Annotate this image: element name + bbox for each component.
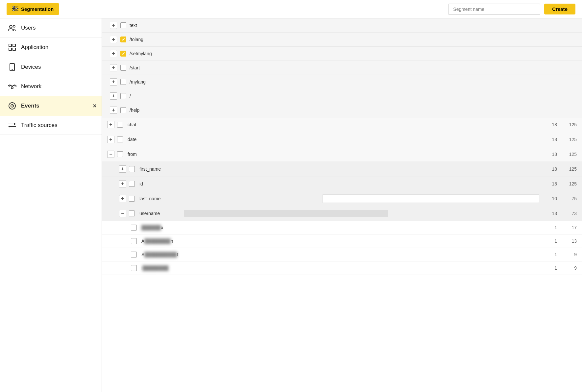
prop-name-sub4: i████████	[137, 265, 537, 271]
segment-name-input[interactable]	[448, 4, 540, 15]
checkbox-text[interactable]	[120, 22, 126, 28]
svg-rect-8	[9, 44, 12, 47]
expand-lastname-button[interactable]: +	[119, 195, 126, 202]
prop-row-date: + date 18 125	[102, 132, 582, 147]
checkbox-start[interactable]	[120, 65, 126, 71]
users-icon	[8, 24, 16, 32]
prop-col1-sub1: 1	[537, 225, 557, 230]
prop-col2-firstname: 125	[557, 166, 577, 172]
sidebar-item-traffic-sources[interactable]: Traffic sources	[0, 116, 102, 135]
prop-col2-id: 125	[557, 181, 577, 186]
expand-text-button[interactable]: +	[110, 22, 117, 29]
segmentation-icon	[12, 6, 18, 12]
collapse-username-button[interactable]: −	[119, 210, 126, 217]
sidebar-label-users: Users	[21, 25, 36, 31]
expand-firstname-button[interactable]: +	[119, 165, 126, 173]
expand-slash-button[interactable]: +	[110, 92, 117, 100]
expand-start-button[interactable]: +	[110, 64, 117, 71]
event-name-mylang: /mylang	[130, 79, 146, 85]
prop-col2-date: 125	[557, 137, 577, 142]
svg-rect-11	[13, 48, 15, 51]
segmentation-button[interactable]: Segmentation	[7, 3, 59, 15]
checkbox-help[interactable]	[120, 107, 126, 113]
sidebar-item-application[interactable]: Application	[0, 38, 102, 57]
prop-col2-sub1: 17	[557, 225, 577, 230]
main-layout: Users Application Devices	[0, 18, 582, 392]
checkbox-slash[interactable]	[120, 93, 126, 99]
checkbox-sub1[interactable]	[131, 225, 137, 231]
sidebar-label-events: Events	[21, 103, 39, 109]
svg-rect-10	[9, 48, 12, 51]
checkbox-id[interactable]	[129, 181, 135, 187]
expand-mylang-button[interactable]: +	[110, 78, 117, 86]
prop-row-id: + id 18 125	[102, 177, 582, 191]
expand-help-button[interactable]: +	[110, 107, 117, 114]
checkbox-chat[interactable]	[117, 122, 123, 128]
checkbox-from[interactable]	[117, 151, 123, 157]
properties-table: + chat 18 125 + date 18 125 − from 18 12…	[102, 117, 582, 392]
event-name-help: /help	[130, 108, 139, 113]
prop-row-from: − from 18 125	[102, 147, 582, 162]
prop-col1-chat: 18	[537, 122, 557, 127]
sidebar-item-events[interactable]: Events ×	[0, 96, 102, 116]
expand-chat-button[interactable]: +	[107, 121, 114, 128]
checkbox-lastname[interactable]	[129, 196, 135, 202]
checkbox-username[interactable]	[129, 210, 135, 216]
sidebar-label-traffic: Traffic sources	[21, 122, 58, 129]
prop-row-lastname: + last_name 10 75	[102, 191, 582, 206]
sidebar-item-devices[interactable]: Devices	[0, 57, 102, 77]
close-events-button[interactable]: ×	[93, 103, 96, 110]
svg-point-4	[15, 8, 17, 10]
checkbox-sub2[interactable]	[131, 238, 137, 244]
checkbox-tolang[interactable]	[120, 37, 126, 42]
popup-area	[322, 194, 539, 203]
expand-tolang-button[interactable]: +	[110, 36, 117, 43]
checkbox-setmylang[interactable]	[120, 51, 126, 57]
prop-row-sub4: i████████ 1 9	[102, 261, 582, 275]
sidebar-label-network: Network	[21, 83, 41, 90]
create-button[interactable]: Create	[544, 4, 575, 14]
username-bar	[184, 210, 388, 217]
expand-id-button[interactable]: +	[119, 180, 126, 187]
prop-col2-lastname: 75	[557, 196, 577, 201]
expand-date-button[interactable]: +	[107, 136, 114, 143]
event-row-mylang: + /mylang	[102, 75, 582, 89]
sidebar: Users Application Devices	[0, 18, 102, 392]
expand-setmylang-button[interactable]: +	[110, 50, 117, 57]
prop-row-sub1: ██████x 1 17	[102, 221, 582, 234]
prop-col1-lastname: 10	[537, 196, 557, 201]
sidebar-item-users[interactable]: Users	[0, 18, 102, 38]
header-right: Create	[448, 4, 575, 15]
event-name-tolang: /tolang	[130, 37, 143, 42]
event-name-slash: /	[130, 93, 131, 99]
sidebar-item-network[interactable]: Network	[0, 77, 102, 96]
sidebar-label-application: Application	[21, 44, 48, 51]
devices-icon	[8, 63, 16, 71]
checkbox-date[interactable]	[117, 136, 123, 142]
checkbox-sub3[interactable]	[131, 252, 137, 257]
event-row-tolang: + /tolang	[102, 33, 582, 47]
application-icon	[8, 44, 16, 51]
prop-col2-sub2: 13	[557, 238, 577, 244]
checkbox-mylang[interactable]	[120, 79, 126, 85]
collapse-from-button[interactable]: −	[107, 151, 114, 158]
svg-point-7	[13, 25, 15, 27]
prop-col1-sub4: 1	[537, 265, 557, 271]
prop-col1-id: 18	[537, 181, 557, 186]
prop-col2-from: 125	[557, 152, 577, 157]
prop-col1-username: 13	[537, 211, 557, 216]
sidebar-label-devices: Devices	[21, 64, 41, 70]
event-name-text: text	[130, 23, 137, 28]
checkbox-firstname[interactable]	[129, 166, 135, 172]
svg-marker-21	[8, 126, 10, 128]
prop-name-sub2: A████████n	[137, 238, 537, 244]
blurred-text-2: ████████	[144, 238, 170, 244]
event-name-setmylang: /setmylang	[130, 51, 152, 56]
prop-col1-from: 18	[537, 152, 557, 157]
prop-col2-username: 73	[557, 211, 577, 216]
svg-marker-19	[14, 123, 16, 125]
event-row-start: + /start	[102, 61, 582, 75]
prop-name-firstname: first_name	[135, 166, 537, 172]
checkbox-sub4[interactable]	[131, 265, 137, 271]
event-row-slash: + /	[102, 89, 582, 103]
